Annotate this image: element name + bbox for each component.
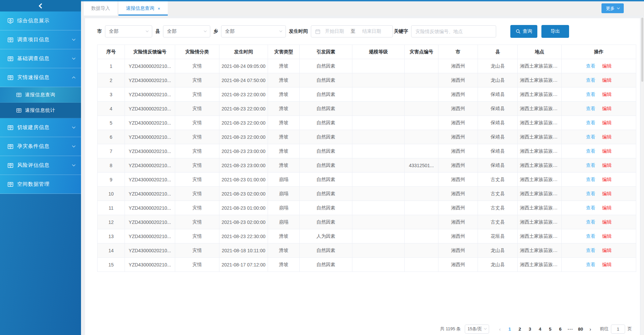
- edit-link[interactable]: 编辑: [602, 77, 612, 83]
- cell-time: 2021-08-23 01:00:00: [219, 201, 268, 215]
- more-pages-icon[interactable]: ···: [565, 327, 575, 332]
- sidebar-item-survey-project[interactable]: 调查项目信息: [0, 30, 81, 49]
- cell-category: 灾情: [175, 73, 219, 87]
- sidebar-collapse-button[interactable]: [0, 0, 81, 11]
- cell-scale: [352, 201, 405, 215]
- chevron-up-icon: [72, 77, 76, 80]
- cell-code: YZD43000020210...: [125, 229, 175, 243]
- sidebar-item-comprehensive-display[interactable]: 综合信息展示: [0, 11, 81, 30]
- cell-time: 2021-08-23 22:00:00: [219, 87, 268, 102]
- date-range-picker[interactable]: 开始日期 至 结束日期: [311, 25, 393, 37]
- view-link[interactable]: 查看: [586, 92, 595, 97]
- cell-code: YZD43000020210...: [125, 130, 175, 144]
- tab-report-query[interactable]: 速报信息查询 ×: [118, 1, 168, 16]
- scrollbar-thumb[interactable]: [641, 18, 643, 82]
- cell-city: 湘西州: [438, 258, 478, 272]
- sidebar-item-hazard-conditions[interactable]: 孕灾条件信息: [0, 137, 81, 156]
- sidebar-item-risk-assessment[interactable]: 风险评估信息: [0, 156, 81, 175]
- view-link[interactable]: 查看: [586, 177, 595, 182]
- cell-time: 2021-08-23 23:00:00: [219, 158, 268, 173]
- edit-link[interactable]: 编辑: [602, 262, 612, 267]
- county-select[interactable]: 全部: [163, 25, 210, 37]
- sidebar-item-report-query[interactable]: 速报信息查询: [0, 87, 81, 103]
- edit-link[interactable]: 编辑: [602, 106, 612, 111]
- view-link[interactable]: 查看: [586, 134, 595, 139]
- sidebar-item-spatial-data[interactable]: 空间数据管理: [0, 175, 81, 194]
- view-link[interactable]: 查看: [586, 148, 595, 154]
- township-select[interactable]: 全部: [221, 25, 286, 37]
- edit-link[interactable]: 编辑: [602, 120, 612, 125]
- view-link[interactable]: 查看: [586, 63, 595, 69]
- view-link[interactable]: 查看: [586, 262, 595, 267]
- cell-city: 湘西州: [438, 87, 478, 102]
- edit-link[interactable]: 编辑: [602, 134, 612, 139]
- table-icon: [16, 108, 22, 113]
- page-number[interactable]: 2: [515, 327, 525, 332]
- page-number[interactable]: 6: [555, 327, 565, 332]
- table-header-row: 序号灾险情反馈编号灾险情分类发生时间灾害类型引发因素规模等级灾害点编号市县地点操…: [98, 45, 636, 59]
- edit-link[interactable]: 编辑: [602, 148, 612, 154]
- view-link[interactable]: 查看: [586, 191, 595, 196]
- edit-link[interactable]: 编辑: [602, 219, 612, 225]
- view-link[interactable]: 查看: [586, 205, 595, 210]
- sidebar-item-basic-survey[interactable]: 基础调查信息: [0, 49, 81, 68]
- page-number[interactable]: 4: [535, 327, 545, 332]
- close-icon[interactable]: ×: [158, 6, 160, 11]
- sidebar-menu: 综合信息展示 调查项目信息 基础调查信息 灾情速报信息: [0, 11, 81, 194]
- cell-county: 保靖县: [478, 102, 518, 116]
- keyword-input[interactable]: [411, 25, 496, 37]
- sidebar-item-report-stats[interactable]: 速报信息统计: [0, 103, 81, 118]
- sidebar-item-label: 基础调查信息: [17, 55, 73, 62]
- page-number[interactable]: 5: [545, 327, 555, 332]
- tab-data-import[interactable]: 数据导入: [84, 1, 117, 16]
- edit-link[interactable]: 编辑: [602, 162, 612, 168]
- cell-category: 灾情: [175, 215, 219, 229]
- export-button[interactable]: 导出: [541, 25, 569, 38]
- page-size-select[interactable]: 15条/页: [465, 325, 489, 334]
- view-link[interactable]: 查看: [586, 248, 595, 253]
- export-button-label: 导出: [551, 28, 560, 34]
- county-label: 县: [155, 28, 160, 34]
- table-row: 3YZD43000020210...灾情2021-08-23 22:00:00滑…: [98, 87, 636, 102]
- table-row: 12YZD43000020210...灾情2021-08-23 02:00:00…: [98, 215, 636, 229]
- view-link[interactable]: 查看: [586, 219, 595, 225]
- prev-page-button[interactable]: ‹: [495, 326, 505, 332]
- goto-label: 前往: [600, 326, 609, 332]
- page-number[interactable]: 1: [505, 327, 515, 332]
- cell-type: 滑坡: [268, 130, 300, 144]
- view-link[interactable]: 查看: [586, 233, 595, 239]
- sidebar-item-label: 速报信息统计: [25, 107, 55, 113]
- city-select[interactable]: 全部: [105, 25, 152, 37]
- edit-link[interactable]: 编辑: [602, 248, 612, 253]
- edit-link[interactable]: 编辑: [602, 63, 612, 69]
- sidebar-item-slope-housing[interactable]: 切坡建房信息: [0, 118, 81, 137]
- edit-link[interactable]: 编辑: [602, 233, 612, 239]
- sidebar-item-disaster-report[interactable]: 灾情速报信息: [0, 68, 81, 87]
- cell-scale: [352, 87, 405, 102]
- vertical-scrollbar[interactable]: [641, 17, 644, 335]
- page-number[interactable]: 80: [575, 327, 586, 332]
- view-link[interactable]: 查看: [586, 106, 595, 111]
- edit-link[interactable]: 编辑: [602, 205, 612, 210]
- edit-link[interactable]: 编辑: [602, 177, 612, 182]
- edit-link[interactable]: 编辑: [602, 92, 612, 97]
- chevron-down-icon: [146, 29, 149, 32]
- search-button[interactable]: 查询: [510, 25, 537, 38]
- cell-city: 湘西州: [438, 158, 478, 173]
- more-button[interactable]: 更多: [601, 3, 624, 13]
- cell-point_code: [405, 87, 438, 102]
- chevron-down-icon: [72, 144, 76, 148]
- cell-location: 湘西土家族苗族自...: [518, 130, 562, 144]
- cell-type: 滑坡: [268, 144, 300, 158]
- edit-link[interactable]: 编辑: [602, 191, 612, 196]
- cell-cause: 自然因素: [300, 243, 352, 258]
- view-link[interactable]: 查看: [586, 120, 595, 125]
- page-number[interactable]: 3: [525, 327, 535, 332]
- next-page-button[interactable]: ›: [586, 326, 595, 332]
- view-link[interactable]: 查看: [586, 162, 595, 168]
- cell-point_code: [405, 144, 438, 158]
- goto-page-input[interactable]: [611, 325, 625, 334]
- view-link[interactable]: 查看: [586, 77, 595, 83]
- cell-actions: 查看编辑: [562, 243, 636, 258]
- cell-time: 2021-08-18 10:11:00: [219, 243, 268, 258]
